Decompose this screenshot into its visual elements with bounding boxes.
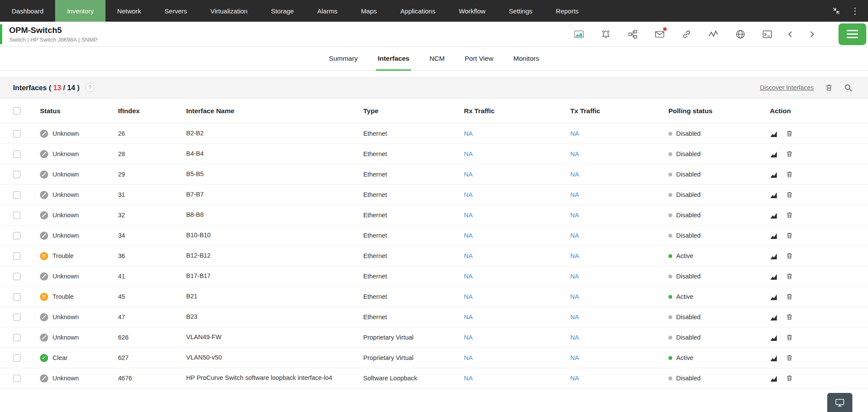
select-all-checkbox[interactable] <box>13 107 20 114</box>
delete-interface-icon[interactable] <box>786 171 793 178</box>
delete-interface-icon[interactable] <box>786 334 793 341</box>
tab-port-view[interactable]: Port View <box>457 47 501 70</box>
tx-traffic-link[interactable]: NA <box>570 171 579 178</box>
discover-interfaces-link[interactable]: Discover Interfaces <box>760 84 814 91</box>
rx-traffic-link[interactable]: NA <box>464 252 473 259</box>
rx-traffic-link[interactable]: NA <box>464 150 473 157</box>
tx-traffic-link[interactable]: NA <box>570 354 579 361</box>
delete-interface-icon[interactable] <box>786 273 793 280</box>
tx-traffic-link[interactable]: NA <box>570 150 579 157</box>
help-icon[interactable]: ? <box>85 83 94 92</box>
search-icon[interactable] <box>844 84 852 92</box>
tab-monitors[interactable]: Monitors <box>506 47 547 70</box>
nav-item-storage[interactable]: Storage <box>259 0 306 22</box>
nav-item-virtualization[interactable]: Virtualization <box>199 0 260 22</box>
topology-icon[interactable] <box>628 29 638 39</box>
nav-item-workflow[interactable]: Workflow <box>447 0 497 22</box>
row-checkbox[interactable] <box>13 130 20 137</box>
delete-icon[interactable] <box>825 84 833 92</box>
rx-traffic-link[interactable]: NA <box>464 130 473 137</box>
rx-traffic-link[interactable]: NA <box>464 314 473 320</box>
row-checkbox[interactable] <box>13 375 20 382</box>
row-checkbox[interactable] <box>13 273 20 280</box>
row-checkbox[interactable] <box>13 252 20 260</box>
tx-traffic-link[interactable]: NA <box>570 293 579 300</box>
traffic-graph-icon[interactable] <box>770 252 777 260</box>
rx-traffic-link[interactable]: NA <box>464 334 473 341</box>
console-panel-button[interactable] <box>827 393 852 412</box>
rx-traffic-link[interactable]: NA <box>464 212 473 219</box>
traffic-graph-icon[interactable] <box>770 212 777 219</box>
tab-summary[interactable]: Summary <box>321 47 365 70</box>
delete-interface-icon[interactable] <box>786 130 793 137</box>
traffic-graph-icon[interactable] <box>770 293 777 301</box>
tx-traffic-link[interactable]: NA <box>570 130 579 137</box>
nav-item-maps[interactable]: Maps <box>349 0 389 22</box>
traffic-graph-icon[interactable] <box>770 273 777 280</box>
tx-traffic-link[interactable]: NA <box>570 252 579 259</box>
performance-chart-icon[interactable] <box>574 29 584 39</box>
rx-traffic-link[interactable]: NA <box>464 273 473 280</box>
link-icon[interactable] <box>681 29 692 39</box>
rx-traffic-link[interactable]: NA <box>464 191 473 198</box>
tx-traffic-link[interactable]: NA <box>570 314 579 320</box>
kebab-menu-icon[interactable]: ⋮ <box>851 7 859 15</box>
tx-traffic-link[interactable]: NA <box>570 232 579 239</box>
traffic-graph-icon[interactable] <box>770 150 777 158</box>
tx-traffic-link[interactable]: NA <box>570 273 579 280</box>
alarm-bell-icon[interactable] <box>601 29 611 39</box>
nav-item-reports[interactable]: Reports <box>544 0 591 22</box>
chevron-left-icon[interactable] <box>786 30 794 38</box>
delete-interface-icon[interactable] <box>786 150 793 157</box>
tx-traffic-link[interactable]: NA <box>570 212 579 219</box>
nav-item-applications[interactable]: Applications <box>388 0 447 22</box>
rx-traffic-link[interactable]: NA <box>464 375 473 382</box>
tx-traffic-link[interactable]: NA <box>570 191 579 198</box>
delete-interface-icon[interactable] <box>786 212 793 219</box>
menu-icon[interactable] <box>838 23 866 45</box>
rx-traffic-link[interactable]: NA <box>464 232 473 239</box>
traffic-graph-icon[interactable] <box>770 375 777 382</box>
row-checkbox[interactable] <box>13 171 20 178</box>
tab-interfaces[interactable]: Interfaces <box>370 47 417 70</box>
traffic-graph-icon[interactable] <box>770 232 777 239</box>
row-checkbox[interactable] <box>13 191 20 199</box>
row-checkbox[interactable] <box>13 150 20 158</box>
terminal-icon[interactable] <box>762 29 773 39</box>
delete-interface-icon[interactable] <box>786 232 793 239</box>
tab-ncm[interactable]: NCM <box>421 47 452 70</box>
chevron-right-icon[interactable] <box>808 30 816 38</box>
nav-item-dashboard[interactable]: Dashboard <box>0 0 55 22</box>
rx-traffic-link[interactable]: NA <box>464 293 473 300</box>
globe-icon[interactable] <box>735 29 746 39</box>
traffic-graph-icon[interactable] <box>770 334 777 341</box>
delete-interface-icon[interactable] <box>786 191 793 198</box>
row-checkbox[interactable] <box>13 354 20 362</box>
traffic-graph-icon[interactable] <box>770 314 777 321</box>
nav-item-servers[interactable]: Servers <box>153 0 199 22</box>
nav-item-alarms[interactable]: Alarms <box>306 0 349 22</box>
row-checkbox[interactable] <box>13 334 20 341</box>
row-checkbox[interactable] <box>13 232 20 239</box>
rx-traffic-link[interactable]: NA <box>464 171 473 178</box>
mail-icon[interactable] <box>654 29 665 39</box>
row-checkbox[interactable] <box>13 212 20 219</box>
delete-interface-icon[interactable] <box>786 314 793 320</box>
traffic-graph-icon[interactable] <box>770 354 777 362</box>
rx-traffic-link[interactable]: NA <box>464 354 473 361</box>
traffic-graph-icon[interactable] <box>770 171 777 178</box>
delete-interface-icon[interactable] <box>786 293 793 300</box>
nav-item-network[interactable]: Network <box>105 0 153 22</box>
nav-item-settings[interactable]: Settings <box>497 0 544 22</box>
sparkline-icon[interactable] <box>708 29 719 39</box>
delete-interface-icon[interactable] <box>786 252 793 259</box>
tx-traffic-link[interactable]: NA <box>570 375 579 382</box>
delete-interface-icon[interactable] <box>786 375 793 382</box>
traffic-graph-icon[interactable] <box>770 130 777 137</box>
collapse-icon[interactable] <box>832 7 840 15</box>
tx-traffic-link[interactable]: NA <box>570 334 579 341</box>
delete-interface-icon[interactable] <box>786 354 793 361</box>
row-checkbox[interactable] <box>13 314 20 321</box>
row-checkbox[interactable] <box>13 293 20 301</box>
traffic-graph-icon[interactable] <box>770 191 777 199</box>
